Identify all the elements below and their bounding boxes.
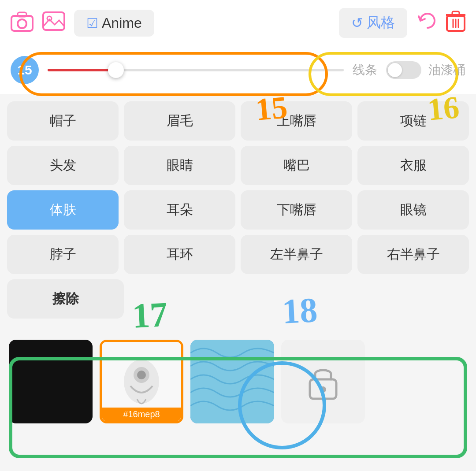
btn-neck[interactable]: 脖子 <box>7 235 119 274</box>
thumbnail-3[interactable] <box>190 340 274 423</box>
grid-row-4: 脖子 耳环 左半鼻子 右半鼻子 <box>7 235 469 274</box>
toolbar: ☑ Anime ↺ 风格 <box>0 0 476 46</box>
grid-row-1: 帽子 眉毛 上嘴唇 项链 <box>7 101 469 141</box>
camera-icon[interactable] <box>11 11 33 36</box>
btn-hair[interactable]: 头发 <box>7 146 119 185</box>
slider-thumb[interactable] <box>108 62 124 78</box>
lock-icon <box>303 362 343 401</box>
btn-ear[interactable]: 耳朵 <box>124 190 235 230</box>
btn-glasses[interactable]: 眼镜 <box>357 190 469 230</box>
slider-number: 15 <box>11 56 39 84</box>
svg-rect-7 <box>452 11 459 16</box>
btn-earring[interactable]: 耳环 <box>124 235 235 274</box>
btn-erase[interactable]: 擦除 <box>7 279 124 319</box>
toggle-section: 油漆桶 <box>386 61 465 79</box>
slider-track[interactable] <box>48 69 344 71</box>
style-button[interactable]: ↺ 风格 <box>339 8 407 38</box>
btn-necklace[interactable]: 项链 <box>357 101 469 141</box>
svg-point-1 <box>18 19 26 28</box>
image-icon[interactable] <box>42 11 65 36</box>
thumbnails-row: #16mep8 <box>0 333 476 430</box>
btn-clothes[interactable]: 衣服 <box>357 146 469 185</box>
category-grid: 帽子 眉毛 上嘴唇 项链 头发 眼睛 嘴巴 衣服 体肤 耳朵 下嘴唇 眼镜 脖子… <box>0 94 476 331</box>
btn-eyebrow[interactable]: 眉毛 <box>124 101 235 141</box>
btn-mouth[interactable]: 嘴巴 <box>241 146 352 185</box>
btn-skin[interactable]: 体肤 <box>7 190 119 230</box>
anime-check: ☑ <box>86 15 98 31</box>
style-undo-icon: ↺ <box>351 15 363 31</box>
btn-eyes[interactable]: 眼睛 <box>124 146 235 185</box>
anime-button[interactable]: ☑ Anime <box>74 10 154 37</box>
thumbnail-2[interactable]: #16mep8 <box>100 340 183 423</box>
undo-button[interactable] <box>416 10 437 36</box>
svg-point-13 <box>137 371 146 379</box>
svg-rect-14 <box>190 340 274 423</box>
grid-row-2: 头发 眼睛 嘴巴 衣服 <box>7 146 469 185</box>
delete-button[interactable] <box>446 11 465 36</box>
grid-row-3: 体肤 耳朵 下嘴唇 眼镜 <box>7 190 469 230</box>
svg-rect-2 <box>18 12 26 17</box>
line-label: 线条 <box>353 62 377 78</box>
slider-row: 15 线条 油漆桶 <box>0 46 476 94</box>
paint-label: 油漆桶 <box>428 62 465 78</box>
btn-right-nose[interactable]: 右半鼻子 <box>357 235 469 274</box>
btn-upper-lip[interactable]: 上嘴唇 <box>241 101 352 141</box>
btn-lower-lip[interactable]: 下嘴唇 <box>241 190 352 230</box>
svg-rect-3 <box>43 12 64 30</box>
thumbnail-1[interactable] <box>9 340 93 423</box>
btn-hat[interactable]: 帽子 <box>7 101 119 141</box>
btn-left-nose[interactable]: 左半鼻子 <box>241 235 352 274</box>
anime-label: Anime <box>102 15 142 31</box>
paint-toggle[interactable] <box>386 61 421 79</box>
svg-point-16 <box>320 386 326 393</box>
slider-container <box>48 69 344 71</box>
style-label: 风格 <box>367 13 395 33</box>
grid-row-5: 擦除 <box>7 279 469 319</box>
thumbnail-label: #16mep8 <box>102 408 181 421</box>
thumbnail-lock[interactable] <box>281 340 365 423</box>
